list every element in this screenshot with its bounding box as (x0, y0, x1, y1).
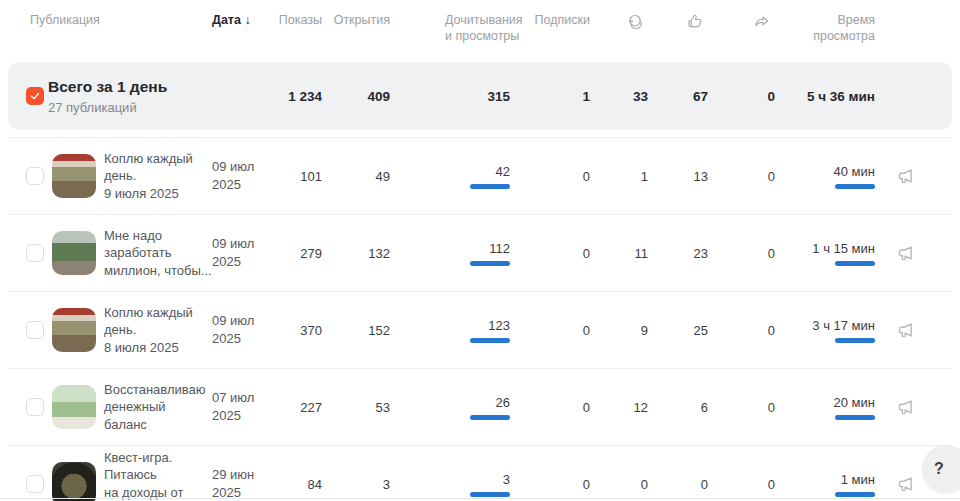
reads-cell: 26 (390, 395, 510, 420)
title-line1: Восстанавливаю (104, 382, 206, 397)
comments-value: 0 (590, 477, 648, 492)
table-row: Квест-игра. Питаюсьна доходы от Дзен ...… (8, 445, 952, 501)
reads-value: 26 (390, 395, 510, 410)
opens-value: 132 (322, 246, 390, 261)
date-line2: 2025 (212, 254, 241, 269)
reads-progress-bar (470, 184, 510, 189)
column-header-date[interactable]: Дата ↓ (212, 12, 266, 28)
summary-checkbox-checked[interactable] (26, 87, 44, 105)
column-header-subscriptions[interactable]: Подписки (510, 12, 590, 28)
reads-progress-bar (470, 415, 510, 420)
publication-title[interactable]: Коплю каждый день.8 июля 2025 (104, 304, 212, 357)
impressions-value: 279 (266, 246, 322, 261)
column-header-reads[interactable]: Дочитыванияи просмотры (390, 12, 510, 44)
publication-date: 07 июл2025 (212, 389, 266, 424)
row-checkbox-unchecked[interactable] (26, 167, 44, 185)
subscriptions-value: 0 (510, 477, 590, 492)
watch-time-cell: 1 ч 15 мин (775, 241, 875, 266)
reads-value: 123 (390, 318, 510, 333)
watch-time-value: 40 мин (775, 164, 875, 179)
date-line1: 09 июл (212, 236, 254, 251)
megaphone-icon[interactable] (896, 319, 918, 341)
column-header-opens[interactable]: Открытия (322, 12, 390, 28)
likes-value: 25 (648, 323, 708, 338)
shares-value: 0 (708, 246, 775, 261)
publication-thumbnail[interactable] (52, 385, 96, 429)
row-checkbox-unchecked[interactable] (26, 398, 44, 416)
comments-value: 9 (590, 323, 648, 338)
comments-value: 1 (590, 169, 648, 184)
subscriptions-value: 0 (510, 246, 590, 261)
title-line2: миллион, чтобы... (104, 263, 212, 278)
column-header-watch-time[interactable]: Времяпросмотра (775, 12, 875, 44)
publication-title[interactable]: Квест-игра. Питаюсьна доходы от Дзен ... (104, 449, 212, 501)
reads-value: 42 (390, 164, 510, 179)
publication-date: 09 июл2025 (212, 312, 266, 347)
watch-time-value: 3 ч 17 мин (775, 318, 875, 333)
publication-thumbnail[interactable] (52, 308, 96, 352)
share-icon (752, 12, 772, 32)
summary-likes: 67 (648, 89, 708, 104)
summary-comments: 33 (590, 89, 648, 104)
promote-cell (875, 396, 938, 418)
sort-down-arrow-icon: ↓ (244, 13, 250, 27)
table-row: Мне надо заработатьмиллион, чтобы... 09 … (8, 214, 952, 291)
date-line1: 07 июл (212, 390, 254, 405)
summary-row: Всего за 1 день 27 публикаций 1 234 409 … (8, 62, 952, 130)
title-line1: Коплю каждый день. (104, 305, 193, 338)
publication-rows: Коплю каждый день.9 июля 2025 09 июл2025… (0, 137, 960, 501)
subscriptions-value: 0 (510, 400, 590, 415)
reads-label-line2: и просмотры (445, 29, 519, 43)
row-checkbox-unchecked[interactable] (26, 321, 44, 339)
column-header-comments[interactable] (590, 12, 648, 32)
megaphone-icon[interactable] (896, 165, 918, 187)
likes-value: 13 (648, 169, 708, 184)
shares-value: 0 (708, 477, 775, 492)
opens-value: 152 (322, 323, 390, 338)
table-row: Коплю каждый день.8 июля 2025 09 июл2025… (8, 291, 952, 368)
megaphone-icon[interactable] (896, 396, 918, 418)
date-line1: 09 июл (212, 313, 254, 328)
publication-thumbnail[interactable] (52, 231, 96, 275)
column-header-impressions[interactable]: Показы (266, 12, 322, 28)
watch-time-cell: 3 ч 17 мин (775, 318, 875, 343)
publications-stats-table: Публикация Дата ↓ Показы Открытия Дочиты… (0, 0, 960, 501)
subscriptions-value: 0 (510, 169, 590, 184)
title-line2: денежный баланс (104, 399, 166, 432)
shares-value: 0 (708, 169, 775, 184)
megaphone-icon[interactable] (896, 473, 918, 495)
opens-value: 49 (322, 169, 390, 184)
date-line2: 2025 (212, 177, 241, 192)
publication-title[interactable]: Восстанавливаюденежный баланс (104, 381, 212, 434)
publication-title[interactable]: Мне надо заработатьмиллион, чтобы... (104, 227, 212, 280)
title-line1: Мне надо заработать (104, 228, 172, 261)
column-header-likes[interactable] (648, 12, 708, 32)
likes-value: 0 (648, 477, 708, 492)
opens-value: 3 (322, 477, 390, 492)
impressions-value: 101 (266, 169, 322, 184)
reads-cell: 42 (390, 164, 510, 189)
publication-date: 09 июл2025 (212, 158, 266, 193)
date-line1: 29 июн (212, 467, 254, 482)
megaphone-icon[interactable] (896, 242, 918, 264)
watch-time-progress-bar (835, 338, 875, 343)
watch-time-cell: 1 мин (775, 472, 875, 497)
promote-cell (875, 319, 938, 341)
column-header-publication[interactable]: Публикация (18, 12, 212, 28)
publication-thumbnail[interactable] (52, 462, 96, 501)
summary-subscriptions: 1 (510, 89, 590, 104)
impressions-value: 227 (266, 400, 322, 415)
watch-time-progress-bar (835, 492, 875, 497)
row-checkbox-unchecked[interactable] (26, 475, 44, 493)
summary-opens: 409 (322, 89, 390, 104)
reads-cell: 3 (390, 472, 510, 497)
column-header-shares[interactable] (708, 12, 775, 32)
publication-thumbnail[interactable] (52, 154, 96, 198)
checkmark-icon (29, 90, 41, 102)
summary-title: Всего за 1 день (48, 77, 212, 97)
summary-subtitle: 27 публикаций (48, 100, 212, 115)
publication-title[interactable]: Коплю каждый день.9 июля 2025 (104, 150, 212, 203)
row-checkbox-unchecked[interactable] (26, 244, 44, 262)
comments-value: 12 (590, 400, 648, 415)
table-row: Коплю каждый день.9 июля 2025 09 июл2025… (8, 137, 952, 214)
